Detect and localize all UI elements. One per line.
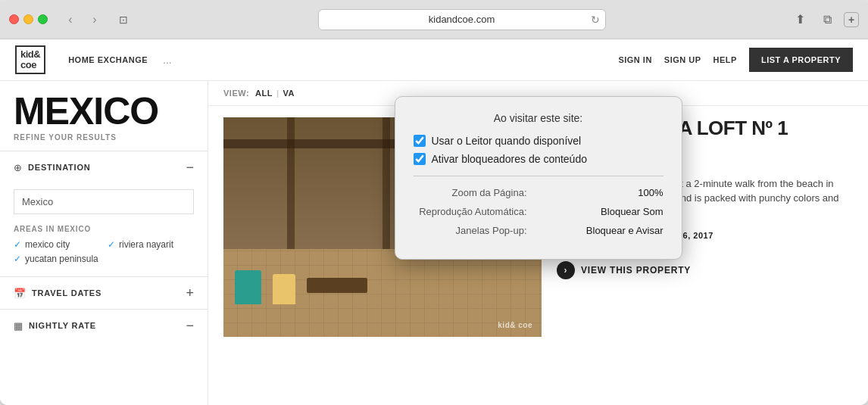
destination-toggle[interactable]: − <box>186 160 194 174</box>
areas-label: AREAS IN MEXICO <box>14 225 194 233</box>
setting-zoom-value[interactable]: 100% <box>638 187 663 198</box>
destination-filter-header[interactable]: ⊕ DESTINATION − <box>0 151 208 183</box>
view-all[interactable]: ALL <box>255 89 273 98</box>
view-property-icon: › <box>557 261 575 279</box>
destination-filter: ⊕ DESTINATION − AREAS IN MEXICO ✓ mexico… <box>0 151 208 276</box>
destination-icon: ⊕ <box>14 162 22 173</box>
site-settings-popover: Ao visitar este site: Usar o Leitor quan… <box>395 96 682 260</box>
page-title: MEXICO <box>0 92 208 130</box>
destination-title: DESTINATION <box>28 163 91 172</box>
setting-zoom-label: Zoom da Página: <box>414 187 527 198</box>
brand-watermark: kid& coe <box>498 321 532 329</box>
maximize-button[interactable] <box>38 14 48 24</box>
checkbox-reader-label: Usar o Leitor quando disponível <box>432 135 582 147</box>
area-yucatan-label: yucatan peninsula <box>25 254 98 264</box>
table-shape <box>307 278 367 293</box>
setting-autoplay-label: Reprodução Automática: <box>414 206 527 217</box>
check-mexico-city-icon: ✓ <box>14 239 21 250</box>
nightly-rate-left: ▦ NIGHTLY RATE <box>14 320 96 332</box>
back-button[interactable]: ‹ <box>60 9 81 30</box>
destination-input[interactable] <box>14 189 194 214</box>
traffic-lights <box>9 14 48 24</box>
checkbox-blocker[interactable] <box>414 153 426 165</box>
main-area: MEXICO REFINE YOUR RESULTS ⊕ DESTINATION… <box>0 81 868 405</box>
setting-popup-value[interactable]: Bloquear e Avisar <box>586 225 663 236</box>
nav-help[interactable]: HELP <box>713 55 737 64</box>
logo-line1: kid& <box>20 49 40 60</box>
sidebar: MEXICO REFINE YOUR RESULTS ⊕ DESTINATION… <box>0 81 208 405</box>
logo-line2: coe <box>20 60 40 70</box>
area-mexico-city[interactable]: ✓ mexico city <box>14 239 100 250</box>
nightly-rate-filter: ▦ NIGHTLY RATE − <box>0 309 208 341</box>
setting-autoplay-row: Reprodução Automática: Bloquear Som <box>414 206 663 217</box>
site-nav: HOME EXCHANGE ... <box>68 54 618 66</box>
grid-icon: ▦ <box>14 320 23 332</box>
nightly-rate-title: NIGHTLY RATE <box>29 321 96 330</box>
travel-dates-header[interactable]: 📅 TRAVEL DATES + <box>0 277 208 309</box>
reload-button[interactable]: ↻ <box>591 14 600 26</box>
nav-right: SIGN IN SIGN UP HELP LIST A PROPERTY <box>618 48 853 72</box>
destination-body: AREAS IN MEXICO ✓ mexico city ✓ riviera … <box>0 183 208 276</box>
area-yucatan[interactable]: ✓ yucatan peninsula <box>14 254 100 264</box>
nav-home-exchange[interactable]: HOME EXCHANGE <box>68 55 148 64</box>
title-bar: ‹ › ⊡ ↻ ⬆ ⧉ + <box>0 0 868 39</box>
sidebar-icon: ⊡ <box>119 14 128 26</box>
chair-yellow <box>273 274 295 304</box>
travel-dates-filter: 📅 TRAVEL DATES + <box>0 276 208 309</box>
forward-button[interactable]: › <box>84 9 105 30</box>
nightly-rate-toggle[interactable]: − <box>186 319 194 332</box>
web-content: kid& coe HOME EXCHANGE ... SIGN IN SIGN … <box>0 39 868 405</box>
close-button[interactable] <box>9 14 19 24</box>
area-riviera-label: riviera nayarit <box>119 239 173 250</box>
chair-teal <box>235 270 261 304</box>
toolbar-right: ⬆ ⧉ + <box>789 9 859 30</box>
share-button[interactable]: ⬆ <box>789 9 810 30</box>
refine-label: REFINE YOUR RESULTS <box>0 133 208 142</box>
nightly-rate-header[interactable]: ▦ NIGHTLY RATE − <box>0 310 208 341</box>
site-header: kid& coe HOME EXCHANGE ... SIGN IN SIGN … <box>0 39 868 81</box>
view-property-label: VIEW THIS PROPERTY <box>581 265 691 276</box>
floor-tile <box>223 249 542 337</box>
area-riviera-nayarit[interactable]: ✓ riviera nayarit <box>108 239 194 250</box>
nav-more-dots: ... <box>163 54 172 66</box>
minimize-button[interactable] <box>23 14 33 24</box>
view-va[interactable]: VA <box>283 89 295 98</box>
nav-buttons: ‹ › <box>60 9 105 30</box>
setting-zoom-row: Zoom da Página: 100% <box>414 187 663 198</box>
view-label: VIEW: <box>223 89 249 98</box>
reload-icon: ↻ <box>591 14 600 26</box>
tabs-button[interactable]: ⧉ <box>816 9 838 30</box>
url-input[interactable] <box>318 9 606 30</box>
content-area: VIEW: ALL | VA <box>208 81 868 405</box>
check-yucatan-icon: ✓ <box>14 254 21 264</box>
checkbox-reader[interactable] <box>414 135 426 147</box>
view-separator: | <box>276 89 279 98</box>
site-logo[interactable]: kid& coe <box>15 45 45 75</box>
travel-dates-toggle[interactable]: + <box>186 286 194 300</box>
address-bar: ↻ <box>140 9 783 30</box>
destination-filter-left: ⊕ DESTINATION <box>14 162 91 173</box>
back-icon: ‹ <box>68 13 72 26</box>
view-property-button[interactable]: › VIEW THIS PROPERTY <box>557 261 853 279</box>
nav-sign-up[interactable]: SIGN UP <box>664 55 701 64</box>
setting-popup-label: Janelas Pop-up: <box>414 225 527 236</box>
popover-title: Ao visitar este site: <box>414 112 663 124</box>
checkbox-blocker-label: Ativar bloqueadores de conteúdo <box>432 153 587 165</box>
checkbox-blocker-row[interactable]: Ativar bloqueadores de conteúdo <box>414 153 663 165</box>
calendar-icon: 📅 <box>14 288 26 299</box>
browser-window: ‹ › ⊡ ↻ ⬆ ⧉ + <box>0 0 868 405</box>
tabs-icon: ⧉ <box>823 13 832 26</box>
area-mexico-city-label: mexico city <box>25 239 70 250</box>
list-property-button[interactable]: LIST A PROPERTY <box>749 48 853 72</box>
area-options: ✓ mexico city ✓ riviera nayarit ✓ yucata… <box>14 239 194 264</box>
share-icon: ⬆ <box>795 12 805 26</box>
setting-autoplay-value[interactable]: Bloquear Som <box>601 206 663 217</box>
sidebar-button[interactable]: ⊡ <box>113 9 134 30</box>
nav-sign-in[interactable]: SIGN IN <box>618 55 651 64</box>
popover-divider <box>414 176 663 176</box>
new-tab-button[interactable]: + <box>844 12 859 27</box>
check-riviera-icon: ✓ <box>108 239 115 250</box>
checkbox-reader-row[interactable]: Usar o Leitor quando disponível <box>414 135 663 147</box>
forward-icon: › <box>92 13 96 26</box>
new-tab-icon: + <box>848 14 854 26</box>
